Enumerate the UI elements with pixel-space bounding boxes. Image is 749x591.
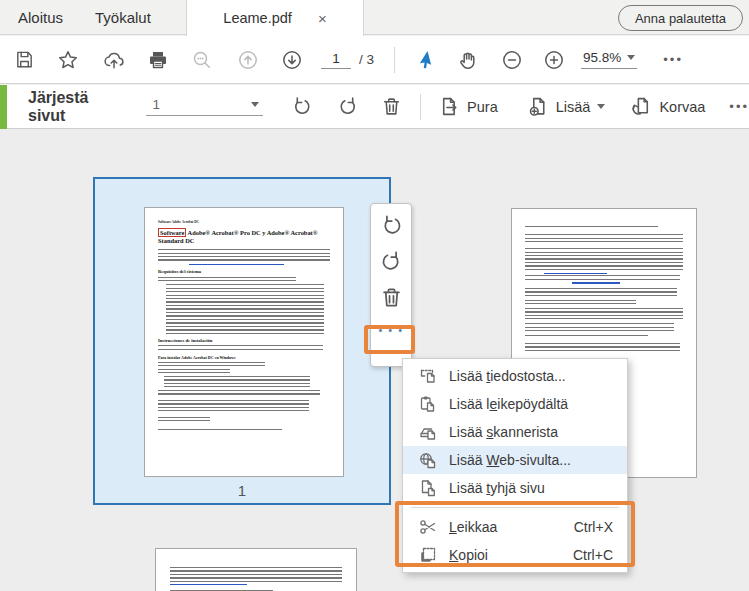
chevron-down-icon [251,102,259,107]
replace-icon [631,96,652,117]
menu-item-label: Lisää leikepöydältä [449,396,568,412]
main-toolbar: 1 / 3 95.8% ••• [0,36,749,84]
doc-heading-3: Para instalar Adobe Acrobat DC en Window… [158,355,330,360]
menu-item-label: Lisää skannerista [449,424,558,440]
toolbar-divider [394,47,395,73]
menu-item-copy[interactable]: Kopioi Ctrl+C [403,541,627,569]
page-total-label: / 3 [359,52,374,67]
menu-item-cut[interactable]: Leikkaa Ctrl+X [403,513,627,541]
zoom-level-dropdown[interactable]: 95.8% [581,50,637,69]
doc-title: Software Adobe® Acrobat® Pro DC y Adobe®… [158,229,330,245]
replace-button[interactable]: Korvaa [631,96,705,117]
doc-header: Software Adobe Acrobat DC [158,220,330,224]
copy-icon [418,546,437,564]
search-icon [191,49,213,71]
clipboard-icon [418,395,437,413]
globe-icon [418,451,437,469]
page-1-number: 1 [95,482,389,499]
scissors-icon [418,518,437,536]
tab-tools[interactable]: Työkalut [95,0,151,35]
menu-item-insert-from-scanner[interactable]: Lisää skannerista [403,418,627,446]
zoom-level-value: 95.8% [583,50,621,65]
rotate-right-icon[interactable] [338,96,359,117]
toolbar-divider [420,94,421,120]
highlight-box: Software [158,228,186,237]
rotate-right-icon[interactable] [380,250,403,273]
hand-tool-icon[interactable] [457,49,479,71]
document-tab-title: Leame.pdf [223,10,292,26]
next-page-icon[interactable] [281,49,303,71]
document-tab[interactable]: Leame.pdf × [186,0,364,36]
tab-bar: Aloitus Työkalut Leame.pdf × Anna palaut… [0,0,749,35]
page-actions-more-button[interactable]: • • • [378,324,403,336]
menu-item-insert-blank-page[interactable]: Lisää tyhjä sivu [403,474,627,502]
page-3-preview[interactable] [155,548,357,591]
menu-item-insert-from-web-page[interactable]: Lisää Web-sivulta... [403,446,627,474]
tab-home[interactable]: Aloitus [18,0,63,35]
organize-more-button[interactable]: ••• [729,99,749,114]
extract-button[interactable]: Pura [439,96,498,117]
page-actions-panel: • • • [370,203,412,367]
zoom-in-icon[interactable] [543,49,565,71]
zoom-out-icon[interactable] [501,49,523,71]
rotate-left-icon[interactable] [380,214,403,237]
blank-page-icon [418,479,437,497]
insert-context-menu: Lisää tiedostosta... Lisää leikepöydältä… [402,358,628,573]
insert-button[interactable]: Lisää [528,96,606,117]
menu-item-shortcut: Ctrl+C [573,547,613,563]
delete-page-icon[interactable] [381,96,402,117]
delete-page-icon[interactable] [380,286,403,309]
thumbnail-grid: Software Adobe Acrobat DC Software Adobe… [0,129,749,591]
save-icon[interactable] [14,49,35,70]
insert-icon [528,96,549,117]
menu-item-insert-from-clipboard[interactable]: Lisää leikepöydältä [403,390,627,418]
chevron-down-icon [627,55,635,60]
chevron-down-icon [597,104,605,109]
print-icon[interactable] [147,49,169,71]
share-upload-icon[interactable] [103,49,125,71]
menu-item-label: Lisää Web-sivulta... [449,452,571,468]
menu-item-label: Kopioi [449,547,488,563]
feedback-button[interactable]: Anna palautetta [618,5,743,31]
doc-heading-2: Instrucciones de instalación [158,338,330,343]
close-icon[interactable]: × [318,11,327,26]
menu-item-shortcut: Ctrl+X [574,519,613,535]
page-1-preview[interactable]: Software Adobe Acrobat DC Software Adobe… [144,207,344,477]
extract-icon [439,96,460,117]
menu-item-insert-from-file[interactable]: Lisää tiedostosta... [403,362,627,390]
tool-accent-bar [0,85,7,129]
previous-page-icon [237,49,259,71]
menu-separator [411,507,619,508]
menu-item-label: Leikkaa [449,519,497,535]
toolbar-more-button[interactable]: ••• [663,52,683,67]
select-tool-icon[interactable] [415,49,437,71]
page-1-thumbnail-selected[interactable]: Software Adobe Acrobat DC Software Adobe… [93,177,391,505]
menu-item-label: Lisää tiedostosta... [449,368,566,384]
insert-from-file-icon [418,367,437,385]
rotate-left-icon[interactable] [291,96,312,117]
page-number-input[interactable]: 1 [321,51,351,69]
tool-title: Järjestä sivut [28,89,120,125]
scanner-icon [418,423,437,441]
organize-pages-toolbar: Järjestä sivut 1 Pura Lisää Korvaa ••• [0,85,749,129]
star-icon[interactable] [57,49,79,71]
doc-heading-1: Requisitos del sistema [158,269,330,274]
page-range-input[interactable]: 1 [146,97,263,116]
menu-item-label: Lisää tyhjä sivu [449,480,545,496]
